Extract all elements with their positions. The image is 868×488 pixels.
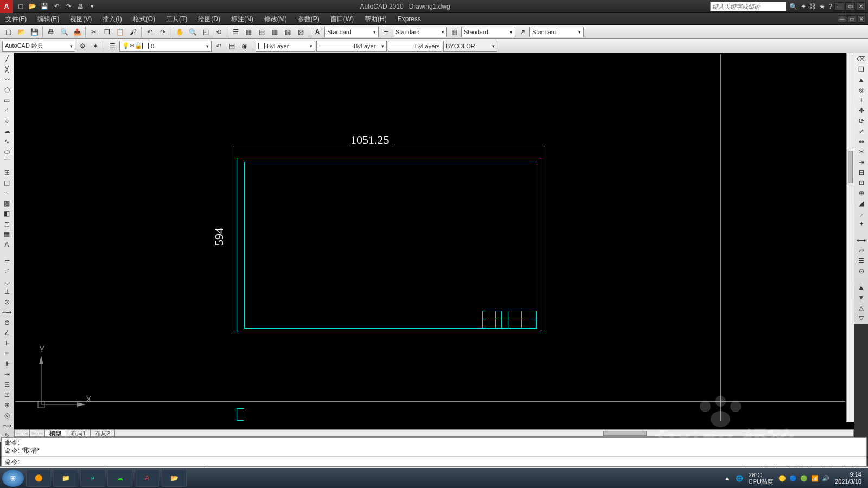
rotate-icon[interactable]: ⟳ — [856, 116, 867, 126]
ellipse-arc-icon[interactable]: ⌒ — [1, 157, 13, 167]
publish-icon[interactable]: 📤 — [71, 26, 83, 38]
layer-combo[interactable]: 💡❄🔓 0 — [119, 41, 212, 52]
id-point-icon[interactable]: ⊙ — [856, 266, 867, 276]
list-icon[interactable]: ☰ — [856, 256, 867, 266]
spline-icon[interactable]: ∿ — [1, 137, 13, 146]
open-file-icon[interactable]: 📂 — [15, 26, 27, 38]
dim-style-icon[interactable]: ⊢ — [380, 26, 392, 38]
draworder-back-icon[interactable]: ▼ — [856, 293, 867, 303]
command-input[interactable]: 命令: — [2, 456, 866, 466]
qat-dropdown-icon[interactable]: ▾ — [87, 1, 98, 12]
color-combo[interactable]: ByLayer — [256, 41, 315, 52]
dim-baseline-icon[interactable]: ≡ — [1, 349, 13, 358]
menu-edit[interactable]: 编辑(E) — [32, 13, 65, 25]
favorites-icon[interactable]: ★ — [819, 3, 825, 10]
search-icon[interactable]: 🔍 — [789, 3, 797, 10]
hatch-icon[interactable]: ▩ — [1, 198, 13, 208]
quickcalc-icon[interactable]: ▨ — [295, 26, 307, 38]
dim-break-icon[interactable]: ⊟ — [1, 380, 13, 389]
markup-icon[interactable]: ▧ — [282, 26, 293, 38]
communication-icon[interactable]: ⛓ — [809, 3, 816, 10]
drawing-area[interactable]: 1051.25 594 Y X — [14, 53, 854, 429]
match-properties-icon[interactable]: 🖌 — [127, 26, 139, 38]
tab-nav-first-icon[interactable]: ⏮ — [15, 430, 22, 436]
menu-tools[interactable]: 工具(T) — [161, 13, 193, 25]
dim-style-combo[interactable]: Standard — [393, 27, 447, 37]
properties-icon[interactable]: ☰ — [229, 26, 241, 38]
design-center-icon[interactable]: ▦ — [242, 26, 254, 38]
explode-icon[interactable]: ✦ — [856, 219, 867, 229]
doc-restore-button[interactable]: ▭ — [847, 15, 856, 23]
help-icon[interactable]: ? — [828, 3, 832, 10]
stretch-icon[interactable]: ⇔ — [856, 137, 867, 146]
menu-format[interactable]: 格式(O) — [127, 13, 161, 25]
table-style-icon[interactable]: ▦ — [448, 26, 460, 38]
pan-icon[interactable]: ✋ — [174, 26, 186, 38]
polyline-icon[interactable]: 〰 — [1, 75, 13, 85]
task-wechat[interactable]: ☁ — [107, 470, 132, 487]
menu-help[interactable]: 帮助(H) — [359, 13, 392, 25]
workspace-settings-icon[interactable]: ⚙ — [76, 40, 88, 52]
dim-ordinate-icon[interactable]: ⊥ — [1, 287, 13, 297]
tray-icon-1[interactable]: 🟡 — [778, 475, 786, 482]
tab-nav-prev-icon[interactable]: ◀ — [22, 430, 30, 436]
zoom-window-icon[interactable]: ◰ — [200, 26, 212, 38]
erase-icon[interactable]: ⌫ — [856, 54, 867, 64]
undo-icon[interactable]: ↶ — [51, 1, 62, 12]
layer-previous-icon[interactable]: ↶ — [213, 40, 225, 52]
zoom-previous-icon[interactable]: ⟲ — [213, 26, 225, 38]
task-folder[interactable]: 📂 — [162, 470, 187, 487]
make-block-icon[interactable]: ◫ — [1, 178, 13, 188]
tray-expand-icon[interactable]: ▲ — [724, 475, 730, 481]
trim-icon[interactable]: ✂ — [856, 147, 867, 157]
tab-model[interactable]: 模型 — [45, 430, 66, 436]
menu-window[interactable]: 窗口(W) — [325, 13, 359, 25]
menu-draw[interactable]: 绘图(D) — [193, 13, 226, 25]
close-button[interactable]: ✕ — [856, 2, 866, 11]
menu-view[interactable]: 视图(V) — [65, 13, 97, 25]
menu-modify[interactable]: 修改(M) — [259, 13, 292, 25]
undo-tool-icon[interactable]: ↶ — [144, 26, 156, 38]
text-style-combo[interactable]: Standard — [324, 27, 379, 37]
rectangle-icon[interactable]: ▭ — [1, 95, 13, 105]
dim-angular-icon[interactable]: ∠ — [1, 328, 13, 338]
dim-jogged-icon[interactable]: ⟿ — [1, 307, 13, 317]
qnew-icon[interactable]: ▢ — [2, 26, 14, 38]
circle-icon[interactable]: ○ — [1, 116, 13, 126]
quick-dimension-icon[interactable]: ⊩ — [1, 338, 13, 348]
menu-dimension[interactable]: 标注(N) — [226, 13, 259, 25]
search-input[interactable] — [710, 2, 786, 11]
menu-file[interactable]: 文件(F) — [0, 13, 32, 25]
command-window[interactable]: 命令: 命令: *取消* 命令: — [1, 437, 867, 466]
arc-icon[interactable]: ◜ — [1, 106, 13, 115]
mirror-icon[interactable]: ▲ — [856, 75, 867, 85]
copy-icon[interactable]: ❐ — [101, 26, 113, 38]
print-icon[interactable]: 🖶 — [75, 1, 86, 12]
tolerance-icon[interactable]: ⊡ — [1, 390, 13, 400]
tab-nav-next-icon[interactable]: ▶ — [30, 430, 37, 436]
layer-states-icon[interactable]: ▤ — [226, 40, 238, 52]
tray-icon-3[interactable]: 🟢 — [800, 475, 808, 482]
doc-close-button[interactable]: ✕ — [857, 15, 866, 23]
line-icon[interactable]: ╱ — [1, 54, 13, 64]
mleader-style-combo[interactable]: Standard — [529, 27, 584, 37]
offset-icon[interactable]: ◎ — [856, 85, 867, 95]
draworder-under-icon[interactable]: ▽ — [856, 313, 867, 323]
lineweight-combo[interactable]: ByLayer — [388, 41, 442, 52]
dim-space-icon[interactable]: ⇥ — [1, 369, 13, 379]
tab-layout1[interactable]: 布局1 — [66, 430, 91, 436]
workspace-combo[interactable]: AutoCAD 经典 — [2, 41, 75, 52]
tray-clock[interactable]: 9:14 2021/3/10 — [835, 471, 861, 485]
move-icon[interactable]: ✥ — [856, 106, 867, 115]
workspace-save-icon[interactable]: ✦ — [90, 40, 101, 52]
dim-linear-icon[interactable]: ⊢ — [1, 256, 13, 266]
mtext-icon[interactable]: A — [1, 240, 13, 249]
center-mark-icon[interactable]: ⊕ — [1, 400, 13, 410]
tab-nav-last-icon[interactable]: ⏭ — [37, 430, 45, 436]
tray-icon-2[interactable]: 🔵 — [789, 475, 797, 482]
save-file-icon[interactable]: 💾 — [28, 26, 40, 38]
paste-icon[interactable]: 📋 — [114, 26, 126, 38]
new-icon[interactable]: ▢ — [15, 1, 26, 12]
doc-minimize-button[interactable]: — — [838, 15, 846, 23]
distance-icon[interactable]: ⟷ — [856, 235, 867, 245]
